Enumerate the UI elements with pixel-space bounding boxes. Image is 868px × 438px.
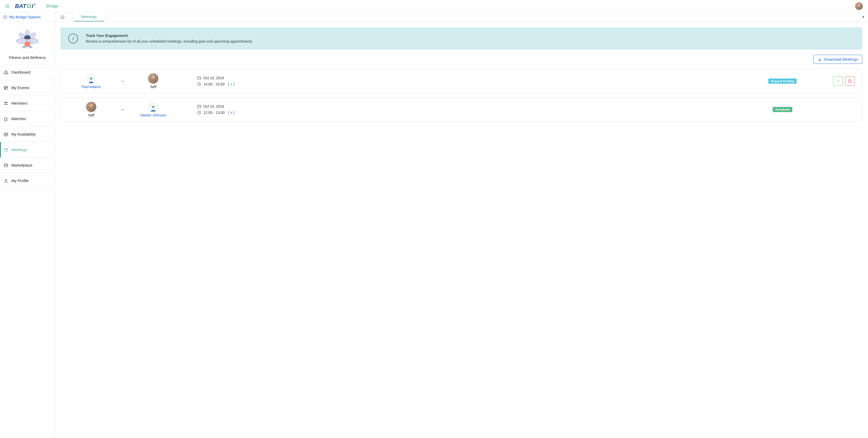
store-icon [4,163,8,167]
user-avatar-button[interactable] [855,2,863,10]
puzzle-icon [4,117,8,121]
breadcrumb-current[interactable]: Meetings [74,12,104,22]
app-name: Bridge [46,4,58,8]
meeting-card: Self → Steven Johnson Oct 15, 2024 [60,97,862,122]
meeting-date: Oct 15, 2024 [203,76,224,80]
sidebar-item-label: Matches [11,117,26,121]
layout: My Bridge Spaces [0,12,868,438]
meeting-card: Paul Adams → Self Oct 15, 2024 14:00 - 1… [60,69,862,93]
breadcrumb-home-link[interactable] [55,12,70,22]
datetime-column: Oct 15, 2024 14:00 - 15:00 [ + ] [177,76,757,86]
svg-point-13 [28,46,33,48]
user-icon [4,179,8,183]
avatar [148,73,158,84]
info-banner: i Track Your Engagement! Review a compre… [60,27,862,50]
arrow-icon: → [115,107,130,112]
time-row: 14:00 - 15:00 [ + ] [197,82,757,86]
svg-rect-36 [197,105,201,108]
avatar [86,73,96,84]
sidebar-item-marketplace[interactable]: Marketplace [0,158,55,173]
menu-toggle-button[interactable] [5,4,10,8]
svg-marker-28 [862,16,864,18]
participant-to: Steven Johnson [130,102,177,117]
sidebar-item-label: Meetings [11,148,27,152]
status-column: Scheduled [757,107,808,112]
collapse-panel-button[interactable] [858,12,868,22]
calendar-icon [197,104,201,108]
reject-button[interactable] [845,76,855,86]
breadcrumb: Meetings [55,12,868,22]
action-row: Download Meetings [60,55,862,64]
space-name: Fitness and Wellness [9,55,45,60]
sidebar-item-label: Marketplace [11,163,33,167]
sidebar-item-my-profile[interactable]: My Profile [0,173,55,189]
chevron-right-icon [70,12,74,22]
svg-point-35 [152,106,154,108]
info-text: Track Your Engagement! Review a comprehe… [86,34,253,43]
download-label: Download Meetings [824,57,858,61]
avatar [86,102,96,112]
calendar-check-icon [4,132,8,136]
main-content: Meetings i Track Your Engagement! Review… [55,12,868,438]
meeting-time: 14:00 - 15:00 [203,82,225,86]
sidebar-item-matches[interactable]: Matches [0,111,55,127]
content-area: i Track Your Engagement! Review a compre… [55,22,868,131]
participant-name-link[interactable]: Steven Johnson [140,113,166,117]
sidebar-item-label: Dashboard [11,70,30,74]
meeting-time: 12:00 - 13:00 [203,111,225,115]
svg-rect-21 [4,133,8,136]
svg-point-12 [22,46,26,48]
sidebar-item-label: My Events [11,86,29,90]
status-badge: Scheduled [773,107,792,112]
back-to-spaces-link[interactable]: My Bridge Spaces [0,12,55,22]
actions-column [808,76,855,86]
calendar-event-icon [4,86,8,90]
banner-description: Review a comprehensive list of all your … [86,39,253,43]
approve-button[interactable] [833,76,843,86]
calendar-icon [4,148,8,152]
calendar-icon [197,76,201,80]
arrow-icon: → [115,79,130,84]
svg-rect-14 [4,86,8,89]
participant-from: Self [68,102,115,117]
datetime-column: Oct 15, 2024 12:00 - 13:00 [ + ] [177,104,757,115]
logo[interactable]: BATOI® [15,3,36,9]
back-label: My Bridge Spaces [9,15,41,19]
svg-point-19 [5,102,6,103]
participant-from: Paul Adams [68,73,115,89]
space-icon [14,27,40,53]
banner-title: Track Your Engagement! [86,34,253,38]
expand-time-link[interactable]: [ + ] [228,82,235,86]
svg-point-27 [5,179,7,181]
sidebar-item-label: Members [11,101,28,105]
divider [41,3,41,9]
clock-icon [197,111,201,115]
participant-name-link[interactable]: Paul Adams [82,85,101,89]
space-header: Fitness and Wellness [0,22,55,65]
date-row: Oct 15, 2024 [197,76,757,80]
sidebar-item-dashboard[interactable]: Dashboard [0,65,55,80]
svg-rect-30 [197,77,201,80]
clock-icon [197,82,201,86]
sidebar-item-label: My Availability [11,132,36,136]
sidebar-item-members[interactable]: Members [0,96,55,111]
sidebar-item-my-events[interactable]: My Events [0,80,55,96]
svg-rect-23 [4,148,8,151]
svg-point-29 [90,77,92,80]
expand-time-link[interactable]: [ + ] [228,111,235,115]
sidebar-item-label: My Profile [11,179,29,183]
date-row: Oct 15, 2024 [197,104,757,108]
svg-rect-18 [5,88,6,89]
chevron-right-icon [104,12,108,22]
info-icon: i [68,34,78,43]
participant-to: Self [130,73,177,89]
sidebar-item-meetings[interactable]: Meetings [0,142,55,158]
top-bar-left: BATOI® Bridge [5,3,58,9]
users-icon [4,101,8,106]
sidebar-item-my-availability[interactable]: My Availability [0,127,55,142]
status-column: Request Pending [757,79,808,84]
avatar [148,102,158,112]
top-bar: BATOI® Bridge [0,0,868,12]
participant-name: Self [88,113,94,117]
download-meetings-button[interactable]: Download Meetings [813,55,862,64]
